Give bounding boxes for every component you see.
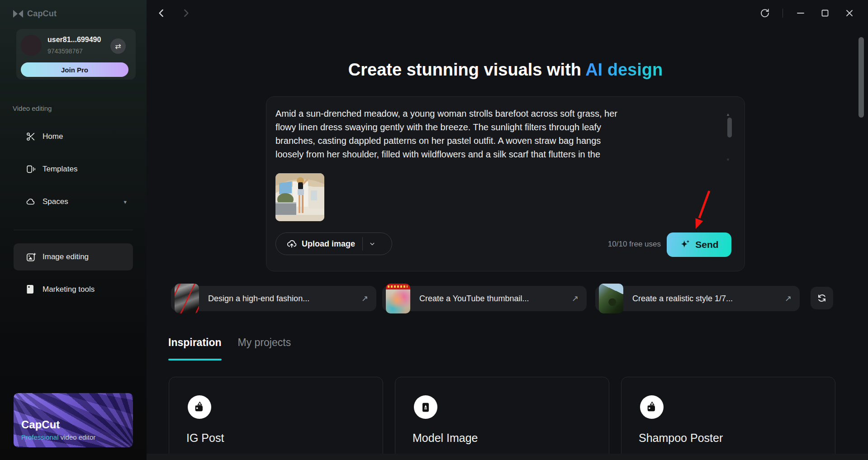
prompt-line: loosely from her shoulder, filled with w… [275, 147, 718, 161]
tab-inspiration[interactable]: Inspiration [168, 337, 222, 360]
uploaded-image-thumbnail[interactable] [275, 173, 324, 221]
back-button[interactable] [155, 6, 168, 20]
prompt-line: branches, casting dappled patterns on he… [275, 134, 718, 147]
avatar[interactable] [21, 35, 42, 56]
upload-chevron-down-icon[interactable] [368, 240, 376, 248]
textarea-scrollbar-thumb[interactable] [727, 118, 732, 138]
capcut-logo-text: CapCut [27, 9, 57, 19]
capcut-window: CapCut user81...699490 9743598767 ⇄ Join… [0, 0, 868, 460]
sidebar-item-label: Templates [43, 165, 77, 174]
card-title: Model Image [413, 432, 478, 445]
page-title: Create stunning visuals with AI design [266, 60, 745, 80]
suggestion-label: Create a realistic style 1/7... [632, 294, 733, 304]
suggestion-chip-fashion[interactable]: Design a high-end fashion... ↗ [171, 286, 376, 311]
capcut-promo-banner[interactable]: CapCut Professional video editor [14, 393, 133, 447]
sidebar-item-home[interactable]: Home [14, 127, 133, 147]
upload-image-label: Upload image [302, 239, 355, 249]
user-id: 9743598767 [47, 47, 83, 55]
sparkle-icon [679, 239, 691, 251]
send-button[interactable]: Send [667, 232, 731, 257]
card-icon-circle [414, 395, 437, 419]
sidebar-item-label: Image editing [43, 252, 89, 261]
close-button[interactable] [843, 6, 856, 20]
active-tab-underline [168, 359, 222, 360]
controls-divider [783, 9, 783, 18]
user-card: user81...699490 9743598767 ⇄ Join Pro [16, 29, 136, 80]
bottom-edge-band [147, 454, 868, 460]
send-label: Send [695, 239, 718, 250]
content-tabs: Inspiration My projects [168, 337, 291, 360]
refresh-suggestions-button[interactable] [811, 287, 833, 309]
cloud-upload-icon [286, 238, 297, 249]
capcut-logo-icon [13, 9, 24, 18]
user-name: user81...699490 [47, 36, 101, 44]
maximize-button[interactable] [818, 6, 832, 20]
arrow-up-right-icon: ↗ [785, 294, 792, 304]
swap-icon: ⇄ [115, 42, 121, 51]
prompt-line: flowy linen dress swaying gently with th… [275, 120, 718, 134]
marketing-tools-icon [25, 284, 36, 295]
suggestion-thumbnail [175, 284, 199, 313]
sidebar-divider [14, 230, 133, 230]
card-icon-circle [640, 395, 664, 419]
page-scrollbar-thumb[interactable] [859, 37, 864, 118]
templates-icon [25, 164, 36, 175]
suggestion-chip-youtube[interactable]: Create a YouTube thumbnail... ↗ [382, 286, 587, 311]
upload-image-button[interactable]: Upload image [275, 232, 392, 255]
video-editing-section-label: Video editing [13, 104, 52, 112]
prompt-textarea[interactable]: Amid a sun-drenched meadow, a young woma… [275, 107, 718, 161]
textarea-scroll-up-icon[interactable]: ▲ [726, 112, 730, 117]
sidebar-item-spaces[interactable]: Spaces ▾ [14, 192, 133, 212]
window-controls [758, 6, 856, 20]
tab-label: My projects [238, 337, 291, 349]
forward-button[interactable] [179, 6, 193, 20]
suggestion-label: Design a high-end fashion... [208, 294, 309, 304]
prompt-card: Amid a sun-drenched meadow, a young woma… [266, 96, 745, 271]
tab-label: Inspiration [168, 337, 222, 349]
capcut-logo: CapCut [13, 9, 57, 19]
suggestion-thumbnail [599, 284, 623, 313]
sidebar-item-image-editing[interactable]: Image editing [14, 243, 133, 270]
arrow-up-right-icon: ↗ [361, 294, 368, 304]
sidebar-item-label: Home [43, 132, 63, 141]
card-title: Shampoo Poster [639, 432, 723, 445]
card-icon-circle [188, 395, 211, 419]
prompt-line: Amid a sun-drenched meadow, a young woma… [275, 107, 718, 120]
tab-my-projects[interactable]: My projects [238, 337, 291, 360]
cloud-icon [25, 196, 36, 207]
minimize-button[interactable] [794, 6, 807, 20]
suggestion-thumbnail [386, 284, 410, 313]
upload-divider [362, 237, 363, 251]
inspiration-card-shampoo-poster[interactable]: Shampoo Poster [621, 377, 835, 460]
sidebar: CapCut user81...699490 9743598767 ⇄ Join… [0, 0, 147, 460]
textarea-scroll-down-icon[interactable]: ▼ [726, 157, 730, 162]
promo-title: CapCut [21, 418, 60, 431]
image-sparkle-icon [25, 251, 36, 262]
chevron-down-icon[interactable]: ▾ [123, 199, 127, 205]
scissors-icon [25, 131, 36, 142]
page-title-accent: AI design [585, 60, 663, 79]
main-area: Create stunning visuals with AI design A… [147, 0, 868, 460]
promo-subtitle: Professional video editor [21, 433, 95, 441]
reload-button[interactable] [758, 6, 772, 20]
suggestion-chip-realistic[interactable]: Create a realistic style 1/7... ↗ [595, 286, 800, 311]
join-pro-label: Join Pro [61, 66, 88, 74]
suggestion-label: Create a YouTube thumbnail... [419, 294, 529, 304]
card-title: IG Post [186, 432, 224, 445]
arrow-up-right-icon: ↗ [572, 294, 579, 304]
sidebar-item-marketing-tools[interactable]: Marketing tools [14, 280, 133, 299]
free-uses-counter: 10/10 free uses [608, 240, 661, 249]
join-pro-button[interactable]: Join Pro [21, 62, 128, 77]
history-nav [155, 6, 193, 20]
switch-account-button[interactable]: ⇄ [110, 38, 126, 54]
inspiration-card-ig-post[interactable]: IG Post [169, 377, 383, 460]
inspiration-card-model-image[interactable]: Model Image [395, 377, 609, 460]
sidebar-item-label: Spaces [43, 197, 68, 206]
sidebar-item-templates[interactable]: Templates [14, 159, 133, 179]
sidebar-item-label: Marketing tools [43, 285, 95, 294]
